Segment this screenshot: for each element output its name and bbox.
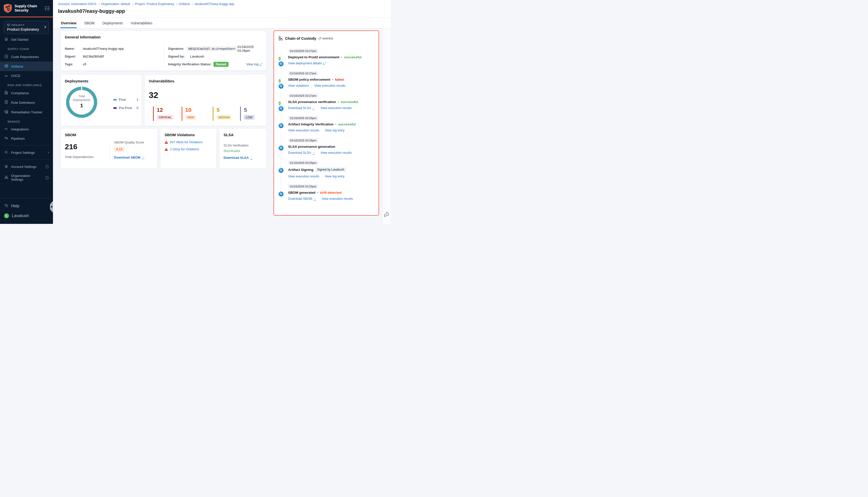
overview-content: General Information Name:lavakush07/easy…	[53, 28, 391, 224]
tab-deployments[interactable]: Deployments	[102, 18, 124, 28]
tab-vulnerabilities[interactable]: Vulnerabilities	[130, 18, 153, 28]
tab-bar: Overview SBOM Deployments Vulnerabilitie…	[60, 18, 153, 28]
sidebar-item-integrations[interactable]: Integrations	[0, 125, 53, 134]
sidebar-item-pipelines[interactable]: Pipelines	[0, 134, 53, 143]
logo-row: Supply Chain Security	[0, 0, 53, 16]
sidebar-item-account-settings[interactable]: Account Settings i	[0, 162, 53, 171]
deny-list-violations-link[interactable]: 2 Deny list Violations	[170, 147, 199, 151]
external-link-icon	[260, 63, 262, 66]
view-log-entry-link[interactable]: View log entry	[325, 175, 344, 178]
view-execution-results-link[interactable]: View execution results	[314, 84, 345, 87]
view-deployment-details-link[interactable]: View deployment details	[288, 61, 326, 65]
warning-icon	[164, 148, 168, 151]
supply-chain-security-logo-icon	[3, 3, 12, 13]
breadcrumb-project[interactable]: Project: Product Exploratory	[135, 2, 174, 6]
severity-high: 10 HIGH	[182, 106, 210, 121]
tags-label: Tags:	[65, 62, 83, 66]
app-title: Supply Chain Security	[15, 4, 45, 13]
event-timestamp: 01/16/2025 03:26pm	[288, 116, 318, 120]
download-slsa-link[interactable]: Download SLSA	[288, 151, 315, 155]
user-avatar: L	[4, 213, 9, 218]
sidebar-item-user[interactable]: L Lavakush	[0, 211, 53, 221]
sidebar-item-code-repositories[interactable]: Code Repositories	[0, 52, 53, 61]
chain-of-custody-event: ∞ 01/16/2025 03:27pm Deployed to Prod2 e…	[278, 48, 374, 65]
info-icon: i	[45, 165, 49, 168]
severity-count: 5	[244, 107, 262, 113]
view-violations-link[interactable]: View violations	[288, 84, 309, 87]
view-log-entry-link[interactable]: View log entry	[325, 129, 344, 132]
sidebar-nav: Get Started SUPPLY CHAIN Code Repositori…	[0, 35, 53, 184]
event-links: View violationsView execution results	[288, 84, 374, 87]
download-slsa-link[interactable]: Download SLSA	[288, 106, 315, 110]
breadcrumb-account[interactable]: Account: Automation-SSCA	[58, 2, 97, 6]
section-label-manage: MANAGE	[0, 117, 53, 125]
vulnerabilities-total: 32	[149, 90, 262, 100]
download-sbom-link[interactable]: Download SBOM	[114, 156, 144, 159]
tab-overview[interactable]: Overview	[60, 18, 77, 28]
severity-low: 5 LOW	[240, 106, 262, 121]
severity-breakdown: 12 CRITICAL 10 HIGH 5 MEDIUM 5 LOW	[153, 106, 262, 121]
view-execution-results-link[interactable]: View execution results	[320, 151, 352, 155]
card-title: General Information	[65, 35, 262, 39]
chevron-right-icon	[98, 3, 100, 5]
slsa-verification-status: Successful	[223, 149, 262, 153]
severity-count: 10	[185, 107, 210, 113]
sidebar-item-artifacts[interactable]: Artifacts	[0, 61, 53, 71]
scan-search-icon	[278, 145, 284, 151]
severity-badge: MEDIUM	[217, 115, 232, 120]
chain-of-custody-event: ∞ 01/16/2025 03:26pm SLSA provenance gen…	[278, 138, 374, 155]
event-separator: -	[332, 77, 333, 81]
chain-of-custody-title: Chain of Custody	[285, 36, 316, 41]
breadcrumb-current[interactable]: lavakush07/easy-buggy-app	[195, 2, 234, 6]
section-label-supply-chain: SUPPLY CHAIN	[0, 44, 53, 52]
pipelines-icon	[4, 137, 8, 140]
module-grid-icon[interactable]	[45, 6, 49, 11]
view-execution-results-link[interactable]: View execution results	[288, 175, 319, 178]
legend-swatch-preprod	[113, 107, 117, 109]
allow-list-violations-link[interactable]: 637 Allow list Violations	[170, 140, 203, 144]
sidebar-item-get-started[interactable]: Get Started	[0, 35, 53, 44]
cube-icon	[7, 23, 10, 26]
chain-of-custody-panel: Chain of Custody (7 events) ∞ 01/16/2025…	[274, 30, 379, 216]
breadcrumb: Account: Automation-SSCA Organization: d…	[53, 0, 391, 6]
view-execution-results-link[interactable]: View execution results	[322, 197, 353, 200]
project-selector[interactable]: PROJECT Product Exploratory	[4, 21, 49, 34]
event-title: Artifact Integrity Verification	[288, 122, 334, 126]
breadcrumb-artifacts[interactable]: Artifacts	[179, 2, 190, 6]
scan-search-icon	[278, 168, 284, 173]
remediation-box-icon	[4, 110, 8, 114]
download-sbom-link[interactable]: Download SBOM	[288, 197, 316, 200]
tab-sbom[interactable]: SBOM	[84, 18, 95, 28]
download-slsa-link[interactable]: Download SLSA	[223, 156, 253, 159]
view-execution-results-link[interactable]: View execution results	[288, 129, 319, 132]
signed-by-label: Signed by:	[168, 55, 190, 58]
sidebar-item-label: Rule Definitions	[11, 101, 35, 104]
sidebar-item-remediation-tracker[interactable]: Remediation Tracker	[0, 107, 53, 117]
sidebar-item-organization-settings[interactable]: Organization Settings i	[0, 171, 53, 184]
breadcrumb-organization[interactable]: Organization: default	[101, 2, 130, 6]
view-execution-results-link[interactable]: View execution results	[320, 106, 352, 110]
event-title: SLSA provenance verification	[288, 100, 336, 104]
sidebar-item-cicd[interactable]: ∞ CI/CD	[0, 71, 53, 81]
sidebar-bottom: ? Help L Lavakush	[0, 198, 53, 224]
sidebar-item-compliance[interactable]: Compliance	[0, 88, 53, 98]
scan-search-icon	[278, 106, 284, 111]
donut-total-value: 1	[69, 102, 94, 109]
right-gutter	[382, 28, 391, 224]
sidebar-item-help[interactable]: ? Help	[0, 201, 53, 211]
event-separator: -	[338, 100, 339, 104]
status-badge-passed: Passed	[214, 62, 229, 67]
event-links: View deployment details	[288, 61, 374, 65]
page-header: Account: Automation-SSCA Organization: d…	[53, 0, 391, 28]
deny-list-violations-row: 2 Deny list Violations	[164, 147, 212, 151]
sidebar-item-rule-definitions[interactable]: Rule Definitions	[0, 98, 53, 107]
severity-count: 12	[157, 107, 179, 113]
card-title: SBOM	[65, 133, 153, 137]
sidebar-item-project-settings[interactable]: Project Settings	[0, 148, 53, 157]
brand-accent-rule	[0, 17, 53, 17]
pipeline-infinity-icon: ∞	[278, 57, 281, 60]
chain-of-custody-event: ∞ 01/16/2025 03:27pm SLSA provenance ver…	[278, 93, 374, 110]
view-log-link[interactable]: View log	[246, 62, 262, 66]
scan-search-icon	[278, 123, 284, 128]
chat-support-icon[interactable]	[384, 212, 389, 218]
